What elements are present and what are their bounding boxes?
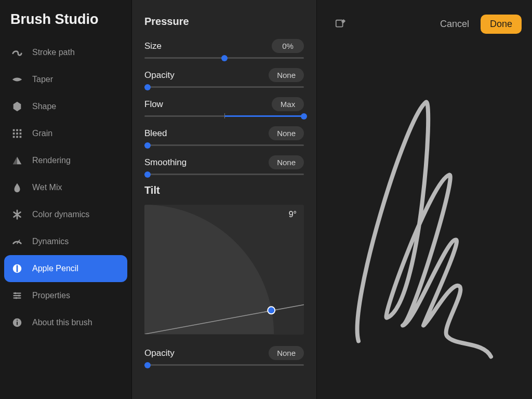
sidebar: Brush Studio Stroke pathTaperShapeGrainR…: [0, 0, 132, 399]
sidebar-item-taper[interactable]: Taper: [4, 66, 127, 93]
sidebar-item-grain[interactable]: Grain: [4, 120, 127, 147]
color-dynamics-icon: [11, 209, 23, 220]
sidebar-item-shape[interactable]: Shape: [4, 93, 127, 120]
slider-knob[interactable]: [221, 55, 228, 61]
pressure-slider-bleed: BleedNone: [144, 126, 304, 146]
sidebar-item-apple-pencil[interactable]: Apple Pencil: [4, 255, 127, 282]
slider-track[interactable]: [144, 86, 304, 88]
sidebar-item-label: Taper: [32, 75, 53, 84]
slider-knob[interactable]: [144, 142, 151, 149]
sidebar-item-label: Grain: [32, 129, 52, 138]
slider-track[interactable]: [144, 144, 304, 146]
svg-rect-1: [336, 20, 343, 26]
slider-knob[interactable]: [301, 113, 307, 119]
pressure-slider-opacity: OpacityNone: [144, 68, 304, 88]
draw-icon[interactable]: [335, 19, 346, 30]
sidebar-item-dynamics[interactable]: Dynamics: [4, 228, 127, 255]
rendering-icon: [11, 155, 23, 166]
sidebar-item-label: Wet Mix: [32, 183, 62, 192]
sidebar-item-wet-mix[interactable]: Wet Mix: [4, 174, 127, 201]
sidebar-item-label: Shape: [32, 102, 56, 111]
pressure-slider-smoothing: SmoothingNone: [144, 155, 304, 175]
sidebar-item-label: Dynamics: [32, 237, 69, 246]
slider-label: Smoothing: [144, 157, 187, 168]
sidebar-item-label: Color dynamics: [32, 210, 89, 219]
done-button[interactable]: Done: [481, 15, 522, 34]
sidebar-item-color-dynamics[interactable]: Color dynamics: [4, 201, 127, 228]
apple-pencil-icon: [11, 263, 23, 274]
slider-label: Bleed: [144, 128, 167, 139]
slider-value-pill[interactable]: None: [269, 155, 304, 169]
slider-value-pill[interactable]: Max: [272, 97, 304, 111]
section-title-tilt: Tilt: [144, 184, 304, 196]
preview-panel: Cancel Done: [317, 0, 532, 399]
preview-canvas[interactable]: [317, 34, 532, 399]
preview-header: Cancel Done: [317, 0, 532, 34]
sidebar-item-stroke-path[interactable]: Stroke path: [4, 39, 127, 66]
slider-label: Opacity: [144, 348, 175, 358]
section-title-pressure: Pressure: [144, 16, 304, 28]
slider-value-pill[interactable]: None: [269, 346, 304, 360]
pressure-slider-flow: FlowMax: [144, 97, 304, 117]
about-icon: [11, 317, 23, 328]
slider-knob[interactable]: [144, 84, 151, 90]
app-title: Brush Studio: [4, 11, 127, 39]
slider-label: Opacity: [144, 70, 175, 81]
slider-label: Size: [144, 41, 162, 51]
taper-icon: [11, 74, 23, 85]
slider-track[interactable]: [144, 115, 304, 117]
sidebar-item-rendering[interactable]: Rendering: [4, 147, 127, 174]
slider-label: Flow: [144, 99, 163, 110]
wetmix-icon: [11, 182, 23, 193]
slider-track[interactable]: [144, 57, 304, 59]
sidebar-item-label: Apple Pencil: [32, 264, 78, 273]
sidebar-item-label: About this brush: [32, 318, 92, 327]
tilt-angle-value: 9°: [289, 210, 297, 219]
shape-icon: [11, 101, 23, 112]
slider-track[interactable]: [144, 174, 304, 175]
tilt-slider-opacity: OpacityNone: [144, 346, 304, 366]
slider-value-pill[interactable]: 0%: [272, 39, 304, 53]
slider-track[interactable]: [144, 364, 304, 366]
sidebar-item-about-this-brush[interactable]: About this brush: [4, 309, 127, 336]
svg-point-0: [268, 307, 275, 314]
properties-icon: [11, 290, 23, 301]
settings-panel: Pressure Size0%OpacityNoneFlowMaxBleedNo…: [132, 0, 317, 399]
slider-value-pill[interactable]: None: [269, 68, 304, 82]
sidebar-item-label: Properties: [32, 291, 70, 300]
dynamics-icon: [11, 236, 23, 247]
sidebar-item-label: Stroke path: [32, 48, 75, 57]
sidebar-item-properties[interactable]: Properties: [4, 282, 127, 309]
grain-icon: [11, 128, 23, 139]
nav-list: Stroke pathTaperShapeGrainRenderingWet M…: [4, 39, 127, 336]
slider-value-pill[interactable]: None: [269, 126, 304, 140]
stroke-path-icon: [11, 47, 23, 58]
cancel-button[interactable]: Cancel: [440, 19, 469, 30]
slider-knob[interactable]: [144, 171, 151, 178]
sidebar-item-label: Rendering: [32, 156, 71, 165]
slider-knob[interactable]: [144, 362, 151, 368]
pressure-slider-size: Size0%: [144, 39, 304, 59]
tilt-graph[interactable]: 9°: [144, 205, 304, 335]
